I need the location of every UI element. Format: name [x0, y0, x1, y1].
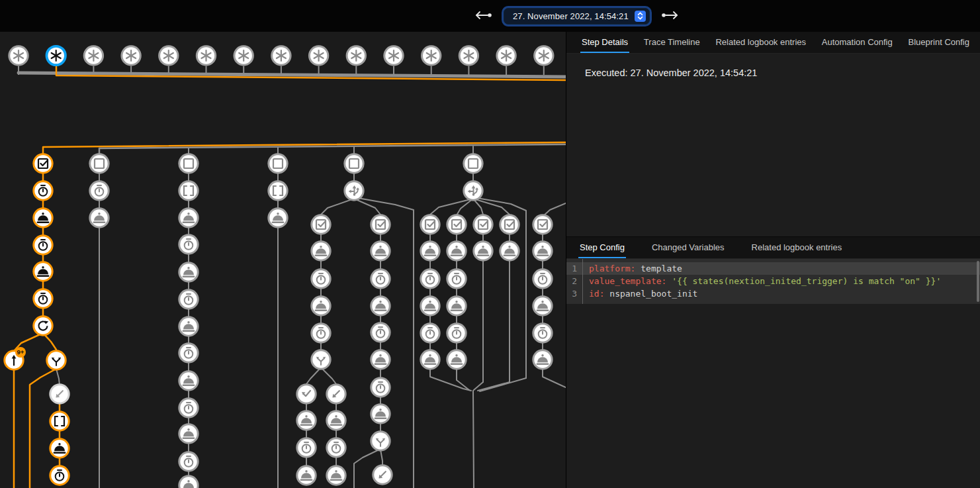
trace-node-arrow-down-left[interactable]	[373, 465, 392, 484]
trace-node-checkbox-checked[interactable]	[474, 215, 492, 234]
trace-node-timer[interactable]	[312, 324, 330, 342]
trace-node-checkbox-checked[interactable]	[447, 215, 466, 234]
trace-node-timer[interactable]	[179, 452, 198, 471]
trace-node-brackets[interactable]	[269, 181, 287, 200]
trace-node-asterisk[interactable]	[197, 46, 215, 65]
trace-node-repeat[interactable]	[34, 317, 52, 335]
trace-node-dome[interactable]	[447, 350, 466, 369]
trace-node-dome[interactable]	[90, 209, 109, 227]
tab-step-details[interactable]: Step Details	[580, 32, 629, 53]
trace-node-timer[interactable]	[179, 344, 198, 362]
trace-node-dome[interactable]	[371, 350, 390, 369]
trace-node-checkbox-blank[interactable]	[269, 154, 287, 173]
trace-node-timer[interactable]	[371, 378, 390, 397]
trace-node-dome[interactable]	[179, 424, 198, 443]
tab-related-logbook-entries[interactable]: Related logbook entries	[714, 32, 807, 53]
trace-node-checkbox-blank[interactable]	[345, 154, 363, 173]
trace-node-asterisk[interactable]	[9, 46, 28, 65]
trace-node-dome[interactable]	[179, 317, 198, 336]
trace-node-dome[interactable]	[447, 242, 466, 260]
trace-node-asterisk[interactable]	[384, 46, 403, 65]
trace-node-dome[interactable]	[179, 476, 198, 488]
trace-node-timer[interactable]	[533, 324, 552, 342]
trace-node-dome[interactable]	[533, 242, 552, 260]
tab-automation-config[interactable]: Automation Config	[821, 32, 894, 53]
trace-node-checkbox-blank[interactable]	[179, 154, 198, 173]
trace-node-asterisk[interactable]	[234, 46, 253, 65]
trace-node-timer[interactable]	[90, 181, 109, 200]
trace-node-arrow-down-left[interactable]	[327, 385, 345, 403]
tab-blueprint-config[interactable]: Blueprint Config	[907, 32, 971, 53]
trace-node-dome[interactable]	[34, 262, 52, 281]
trace-node-timer[interactable]	[34, 181, 52, 200]
trace-node-arrow-up[interactable]: 9+	[5, 347, 26, 369]
trace-run-select[interactable]: 27. November 2022, 14:54:21	[504, 8, 650, 24]
tab-related-logbook-entries[interactable]: Related logbook entries	[750, 237, 844, 258]
trace-node-arrow-check[interactable]	[297, 385, 316, 403]
trace-node-dome[interactable]	[269, 209, 287, 227]
trace-node-checkbox-checked[interactable]	[371, 215, 390, 234]
trace-node-dome[interactable]	[421, 350, 439, 369]
trace-node-dome[interactable]	[327, 466, 345, 485]
trace-node-timer[interactable]	[179, 399, 198, 417]
trace-node-timer[interactable]	[297, 438, 316, 457]
trace-node-split[interactable]	[312, 350, 330, 369]
trace-node-timer[interactable]	[327, 438, 345, 457]
trace-node-checkbox-checked[interactable]	[533, 215, 552, 234]
trace-node-asterisk[interactable]	[272, 46, 290, 65]
trace-node-dome[interactable]	[179, 263, 198, 281]
trace-node-choose[interactable]	[345, 181, 363, 200]
trace-node-arrow-down-left[interactable]	[50, 385, 69, 403]
trace-node-asterisk[interactable]	[535, 46, 553, 65]
trace-node-timer[interactable]	[34, 289, 52, 308]
trace-node-brackets[interactable]	[50, 412, 69, 430]
code-scrollbar[interactable]	[977, 261, 979, 302]
tab-step-config[interactable]: Step Config	[578, 237, 626, 258]
prev-trace-button[interactable]	[472, 8, 495, 24]
trace-node-dome[interactable]	[179, 371, 198, 390]
tab-trace-timeline[interactable]: Trace Timeline	[643, 32, 701, 53]
trace-node-split[interactable]	[47, 351, 66, 369]
trace-node-timer[interactable]	[179, 235, 198, 254]
trace-node-split[interactable]	[371, 432, 390, 450]
tab-changed-variables[interactable]: Changed Variables	[650, 237, 726, 258]
trace-node-dome[interactable]	[297, 411, 316, 430]
trace-node-checkbox-checked[interactable]	[312, 215, 330, 234]
trace-node-timer[interactable]	[371, 323, 390, 342]
trace-node-dome[interactable]	[34, 209, 52, 227]
next-trace-button[interactable]	[658, 8, 681, 24]
trace-node-asterisk[interactable]	[422, 46, 441, 65]
trace-node-dome[interactable]	[447, 297, 466, 315]
trace-node-dome[interactable]	[371, 242, 390, 260]
trace-node-timer[interactable]	[179, 290, 198, 309]
trace-node-checkbox-blank[interactable]	[90, 154, 109, 173]
trace-node-asterisk[interactable]	[84, 46, 103, 65]
trace-node-brackets[interactable]	[179, 181, 198, 200]
trace-node-checkbox-blank[interactable]	[464, 154, 482, 173]
trace-node-checkbox-checked[interactable]	[500, 215, 519, 234]
trace-node-dome[interactable]	[327, 411, 345, 430]
trace-node-timer[interactable]	[50, 466, 69, 485]
trace-node-choose[interactable]	[464, 181, 482, 200]
trace-node-dome[interactable]	[297, 466, 316, 485]
trace-node-asterisk[interactable]	[47, 46, 66, 65]
trace-node-asterisk[interactable]	[497, 46, 515, 65]
trace-node-asterisk[interactable]	[309, 46, 328, 65]
trace-node-asterisk[interactable]	[347, 46, 365, 65]
trace-node-timer[interactable]	[447, 269, 466, 288]
trace-node-timer[interactable]	[447, 324, 466, 342]
trace-node-dome[interactable]	[421, 297, 439, 315]
trace-node-asterisk[interactable]	[122, 46, 140, 65]
trace-node-dome[interactable]	[50, 439, 69, 458]
trace-node-timer[interactable]	[371, 269, 390, 288]
trace-node-dome[interactable]	[533, 350, 552, 369]
trace-node-dome[interactable]	[371, 405, 390, 423]
trace-node-dome[interactable]	[533, 297, 552, 315]
trace-node-timer[interactable]	[421, 324, 439, 342]
trace-node-dome[interactable]	[421, 242, 439, 260]
trace-node-checkbox-checked[interactable]	[34, 154, 52, 173]
trace-node-dome[interactable]	[474, 242, 492, 260]
trace-node-timer[interactable]	[34, 236, 52, 254]
trace-node-timer[interactable]	[421, 269, 439, 288]
trace-node-asterisk[interactable]	[159, 46, 178, 65]
